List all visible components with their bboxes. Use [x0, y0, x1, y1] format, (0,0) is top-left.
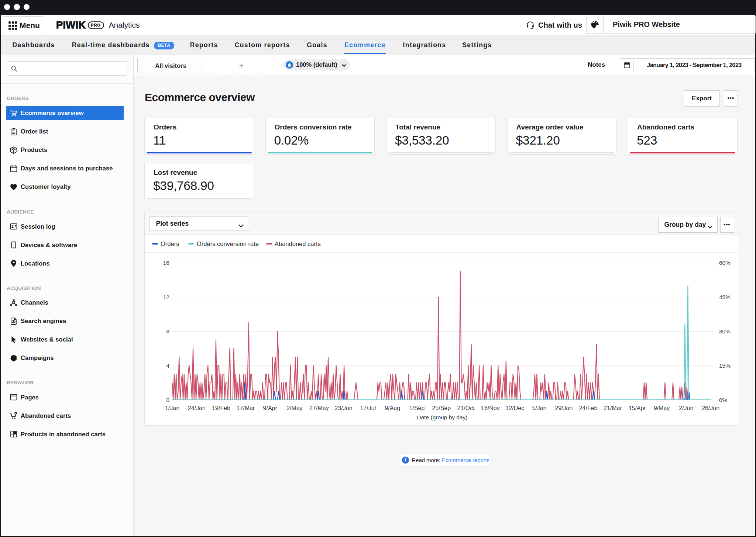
svg-text:8: 8	[166, 328, 169, 334]
svg-text:17/Jul: 17/Jul	[360, 405, 376, 411]
svg-text:26/Jun: 26/Jun	[702, 405, 719, 411]
svg-text:5/Jan: 5/Jan	[532, 405, 546, 411]
svg-text:16/Nov: 16/Nov	[481, 405, 500, 411]
svg-text:0%: 0%	[719, 396, 728, 403]
svg-text:60%: 60%	[719, 260, 731, 266]
svg-text:2/Jun: 2/Jun	[679, 405, 693, 411]
svg-text:30%: 30%	[719, 328, 731, 334]
svg-text:9/May: 9/May	[653, 405, 670, 411]
svg-text:23/Jun: 23/Jun	[334, 405, 352, 411]
svg-text:1/Jan: 1/Jan	[165, 405, 179, 411]
svg-text:16: 16	[163, 260, 169, 266]
svg-text:17/Mar: 17/Mar	[236, 405, 255, 411]
svg-text:24/Jan: 24/Jan	[188, 405, 205, 411]
svg-text:45%: 45%	[719, 294, 731, 300]
svg-text:15%: 15%	[719, 362, 731, 368]
svg-text:1/Sep: 1/Sep	[409, 405, 425, 411]
svg-text:25/Sep: 25/Sep	[432, 405, 451, 411]
svg-text:9/Apr: 9/Apr	[263, 405, 277, 411]
svg-text:12/Dec: 12/Dec	[505, 405, 524, 411]
svg-text:15/Apr: 15/Apr	[628, 405, 646, 411]
svg-text:4: 4	[166, 362, 169, 368]
svg-text:12: 12	[163, 294, 169, 300]
svg-text:21/Mar: 21/Mar	[604, 405, 622, 411]
svg-text:29/Jan: 29/Jan	[555, 405, 573, 411]
svg-text:9/Aug: 9/Aug	[385, 405, 400, 411]
svg-text:19/Feb: 19/Feb	[212, 405, 230, 411]
svg-text:21/Oct: 21/Oct	[457, 405, 475, 411]
svg-text:2/May: 2/May	[286, 405, 303, 411]
svg-text:0: 0	[166, 396, 169, 403]
svg-text:27/May: 27/May	[309, 405, 329, 411]
svg-text:Date (group by day): Date (group by day)	[417, 414, 467, 420]
svg-text:24/Feb: 24/Feb	[579, 405, 597, 411]
